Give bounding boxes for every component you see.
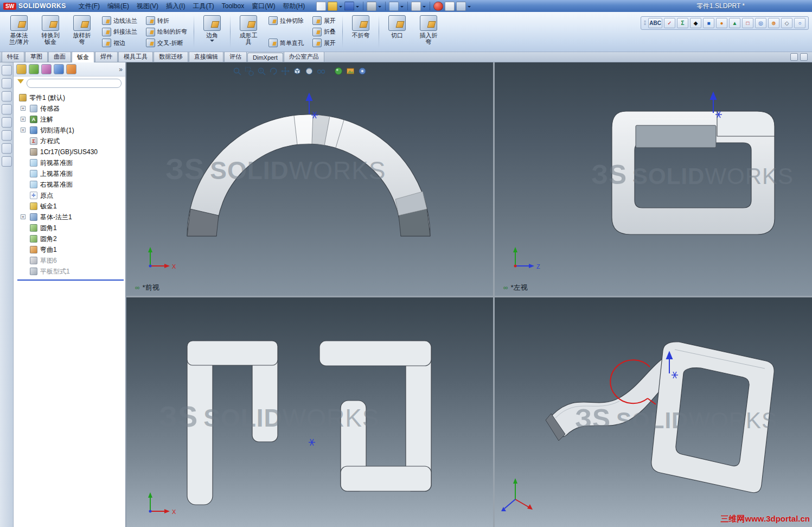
menu-insert[interactable]: 插入(I): [162, 1, 189, 12]
quick-tool-icon[interactable]: ◎: [755, 18, 766, 28]
expand-icon[interactable]: +: [21, 214, 25, 219]
rotate-view-icon[interactable]: [271, 68, 277, 75]
tree-item-equations[interactable]: Σ方程式: [16, 136, 125, 147]
undo-icon[interactable]: [389, 2, 399, 11]
expand-icon[interactable]: +: [21, 106, 25, 111]
feature-manager-tab-icon[interactable]: [16, 64, 27, 74]
viewport-top[interactable]: X ЗSSOLIDWORKS: [126, 297, 493, 527]
save-icon[interactable]: [344, 2, 354, 11]
tree-item-flex1[interactable]: 弯曲1: [16, 244, 125, 255]
filter-icon[interactable]: [17, 79, 24, 87]
sketched-bend-button[interactable]: 绘制的折弯: [143, 27, 190, 37]
base-flange-button[interactable]: 基体法 兰/薄片: [3, 13, 35, 50]
top-view-model[interactable]: X: [126, 297, 493, 527]
menu-window[interactable]: 窗口(W): [248, 1, 279, 12]
tab-sheet-metal[interactable]: 钣金: [72, 51, 94, 62]
side-toolbar-icon-8[interactable]: [2, 156, 12, 167]
side-toolbar-icon-4[interactable]: [2, 104, 12, 115]
print-dropdown-icon[interactable]: [378, 6, 381, 9]
menu-file[interactable]: 文件(F): [75, 1, 104, 12]
lofted-bend-button[interactable]: 放样折 弯: [66, 13, 98, 50]
rollback-bar[interactable]: [17, 280, 124, 281]
hem-button[interactable]: 褶边: [99, 37, 140, 48]
tab-direct-editing[interactable]: 直接编辑: [189, 51, 223, 62]
edit-appearance-icon[interactable]: [433, 2, 443, 11]
property-manager-tab-icon[interactable]: [29, 64, 39, 74]
no-bends-button[interactable]: 不折弯: [345, 13, 376, 50]
quick-tool-icon[interactable]: ○: [794, 18, 805, 28]
hide-show-items-icon[interactable]: [318, 70, 325, 73]
panel-overflow-icon[interactable]: »: [119, 66, 123, 73]
convert-to-sheet-metal-button[interactable]: 转换到 钣金: [35, 13, 66, 50]
menu-tools[interactable]: 工具(T): [189, 1, 218, 12]
drawing-sheet-icon[interactable]: [445, 2, 455, 11]
tab-surfaces[interactable]: 曲面: [48, 51, 71, 62]
tab-data-migration[interactable]: 数据迁移: [154, 51, 188, 62]
tree-item-base-flange1[interactable]: +基体-法兰1: [16, 212, 125, 223]
left-view-model[interactable]: Z: [495, 62, 812, 296]
tree-item-sketch6[interactable]: 草图6: [16, 255, 125, 266]
display-manager-tab-icon[interactable]: [66, 64, 76, 74]
jog-button[interactable]: 转折: [143, 15, 190, 26]
quick-tool-icon[interactable]: ■: [703, 18, 714, 28]
tree-item-fillet2[interactable]: 圆角2: [16, 233, 125, 244]
tree-item-part-root[interactable]: 零件1 (默认): [16, 92, 125, 103]
collapse-ribbon-icon[interactable]: [790, 53, 798, 61]
expand-icon[interactable]: +: [21, 128, 25, 132]
miter-flange-button[interactable]: 斜接法兰: [99, 27, 140, 37]
menu-edit[interactable]: 编辑(E): [104, 1, 133, 12]
side-toolbar-icon-5[interactable]: [2, 117, 12, 128]
zoom-area-icon[interactable]: [246, 67, 254, 75]
menu-help[interactable]: 帮助(H): [279, 1, 309, 12]
isometric-view-model[interactable]: [495, 297, 812, 527]
menu-toolbox[interactable]: Toolbox: [218, 1, 248, 11]
tree-item-origin[interactable]: ✛原点: [16, 190, 125, 201]
quick-tool-icon[interactable]: ◆: [690, 18, 701, 28]
select-dropdown-icon[interactable]: [423, 6, 426, 9]
apply-scene-icon[interactable]: [347, 68, 354, 74]
options-dropdown-icon[interactable]: [468, 6, 471, 9]
pan-icon[interactable]: [281, 67, 290, 75]
flatten-button[interactable]: 展开: [309, 37, 339, 48]
tab-sketch[interactable]: 草图: [25, 51, 48, 62]
tab-weldments[interactable]: 焊件: [95, 51, 118, 62]
front-view-model[interactable]: X: [126, 62, 493, 296]
equations-tool-icon[interactable]: Σ: [677, 18, 688, 28]
rip-button[interactable]: 切口: [381, 13, 413, 50]
quick-tool-icon[interactable]: ◇: [781, 18, 792, 28]
tree-item-annotations[interactable]: +A注解: [16, 114, 125, 125]
view-settings-icon[interactable]: [359, 68, 366, 74]
quick-tool-icon[interactable]: ⊕: [768, 18, 779, 28]
zoom-fit-icon[interactable]: [234, 68, 241, 75]
insert-bends-button[interactable]: 插入折 弯: [413, 13, 444, 50]
open-dropdown-icon[interactable]: [339, 6, 342, 9]
tree-item-sensors[interactable]: +传感器: [16, 103, 125, 114]
tab-mold-tools[interactable]: 模具工具: [118, 51, 153, 62]
quick-tool-icon[interactable]: ✓: [664, 18, 675, 28]
side-toolbar-icon-3[interactable]: [2, 91, 12, 101]
tree-item-fillet1[interactable]: 圆角1: [16, 223, 125, 233]
new-document-icon[interactable]: [316, 2, 326, 11]
tree-item-sheet-metal1[interactable]: 钣金1: [16, 201, 125, 212]
configuration-manager-tab-icon[interactable]: [41, 64, 52, 74]
tab-evaluate[interactable]: 评估: [224, 51, 247, 62]
corner-button[interactable]: 边角: [196, 13, 228, 50]
edge-flange-button[interactable]: 边线法兰: [99, 15, 140, 26]
side-toolbar-icon-7[interactable]: [2, 143, 12, 154]
quick-tool-icon[interactable]: ●: [716, 18, 727, 28]
toolbar-grip-icon[interactable]: ⁞⁞: [644, 20, 646, 26]
save-dropdown-icon[interactable]: [356, 6, 359, 9]
extruded-cut-button[interactable]: 拉伸切除: [265, 15, 307, 26]
options-icon[interactable]: [456, 2, 466, 11]
tree-item-front-plane[interactable]: 前视基准面: [16, 157, 125, 168]
spell-check-icon[interactable]: ABC: [648, 18, 662, 28]
unfold-button[interactable]: 展开: [309, 15, 339, 26]
zoom-in-out-icon[interactable]: [259, 68, 266, 75]
expand-icon[interactable]: +: [21, 117, 25, 122]
print-icon[interactable]: [367, 2, 376, 11]
ribbon-options-icon[interactable]: [800, 53, 808, 61]
open-icon[interactable]: [328, 2, 337, 11]
side-toolbar-icon-6[interactable]: [2, 130, 12, 141]
quick-tool-icon[interactable]: □: [742, 18, 753, 28]
undo-dropdown-icon[interactable]: [400, 6, 404, 9]
